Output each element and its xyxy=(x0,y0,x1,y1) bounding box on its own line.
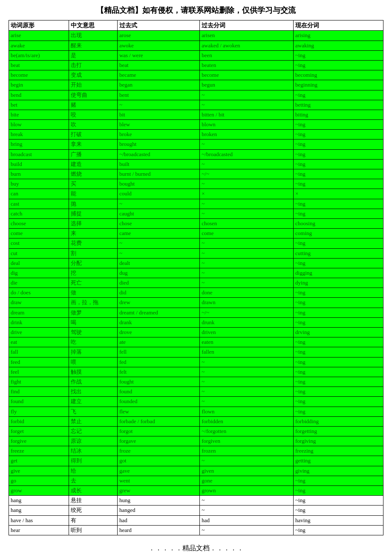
table-row: dream做梦dreamt / dreamed~/~~ing xyxy=(9,308,383,317)
cell-ing: ~ing xyxy=(294,308,383,317)
cell-form: do / does xyxy=(9,288,69,298)
cell-ing: forgiving xyxy=(294,436,383,446)
cell-form: arise xyxy=(9,31,69,41)
cell-pp: ~ xyxy=(200,90,294,100)
cell-meaning: 醒来 xyxy=(69,41,117,50)
cell-form: beat xyxy=(9,60,69,70)
cell-meaning: 喝 xyxy=(69,317,117,327)
col-header-1: 动词原形 xyxy=(9,20,69,31)
table-row: break打破brokebroken~ing xyxy=(9,130,383,140)
cell-past: drank xyxy=(117,317,199,327)
cell-ing: giving xyxy=(294,466,383,476)
cell-meaning: 作战 xyxy=(69,377,117,387)
cell-ing: getting xyxy=(294,456,383,466)
cell-meaning: 出现 xyxy=(69,31,117,41)
cell-meaning: 有 xyxy=(69,515,117,525)
cell-ing: ~ing xyxy=(294,50,383,60)
col-header-3: 过去式 xyxy=(117,20,199,31)
cell-past: awoke xyxy=(117,41,199,50)
cell-form: broadcast xyxy=(9,149,69,159)
cell-pp: become xyxy=(200,70,294,80)
cell-past: ate xyxy=(117,337,199,347)
cell-meaning: 喂 xyxy=(69,357,117,367)
cell-meaning: 禁止 xyxy=(69,416,117,426)
cell-past: did xyxy=(117,288,199,298)
cell-meaning: 广播 xyxy=(69,149,117,159)
cell-pp: ~/broadcasted xyxy=(200,149,294,159)
cell-past: flew xyxy=(117,407,199,416)
cell-past: caught xyxy=(117,209,199,218)
table-row: beat击打beatbeaten~ing xyxy=(9,60,383,70)
page-title: 【精品文档】如有侵权，请联系网站删除，仅供学习与交流 xyxy=(9,4,383,17)
cell-ing: ~ing xyxy=(294,179,383,189)
cell-meaning: 去 xyxy=(69,476,117,485)
cell-past: fed xyxy=(117,357,199,367)
cell-ing: ~ing xyxy=(294,90,383,100)
cell-meaning: 捕捉 xyxy=(69,209,117,218)
cell-pp: fallen xyxy=(200,347,294,357)
cell-form: buy xyxy=(9,179,69,189)
cell-pp: begun xyxy=(200,80,294,90)
cell-form: die xyxy=(9,278,69,288)
cell-pp: driven xyxy=(200,328,294,337)
table-row: choose选择chosechosenchoosing xyxy=(9,218,383,228)
table-row: fall掉落fellfallen~ing xyxy=(9,347,383,357)
cell-form: bet xyxy=(9,100,69,110)
table-row: broadcast广播~/broadcasted~/broadcasted~in… xyxy=(9,149,383,159)
cell-past: chose xyxy=(117,218,199,228)
cell-pp: had xyxy=(200,515,294,525)
cell-ing: ~ing xyxy=(294,199,383,209)
table-row: draw画，拉，拖drewdrawn~ing xyxy=(9,298,383,308)
cell-ing: ~ing xyxy=(294,258,383,268)
cell-past: ~ xyxy=(117,100,199,110)
footer-text: ．．．．．精品文档．．．．． xyxy=(9,544,383,553)
cell-ing: ~ing xyxy=(294,169,383,179)
cell-pp: awaked / awoken xyxy=(200,41,294,50)
table-row: deal分配dealt~~ing xyxy=(9,258,383,268)
cell-form: grow xyxy=(9,486,69,496)
cell-pp: gone xyxy=(200,476,294,485)
cell-meaning: 拿来 xyxy=(69,140,117,149)
table-row: drink喝drankdrunk~ing xyxy=(9,317,383,327)
cell-pp: ~ xyxy=(200,496,294,506)
cell-ing: biting xyxy=(294,110,383,119)
cell-past: fought xyxy=(117,377,199,387)
table-row: arise出现arosearisenarising xyxy=(9,31,383,41)
cell-form: be(am/is/are) xyxy=(9,50,69,60)
table-row: fly飞flewflown~ing xyxy=(9,407,383,416)
cell-pp: ~ xyxy=(200,525,294,535)
cell-form: catch xyxy=(9,209,69,218)
cell-ing: awaking xyxy=(294,41,383,50)
col-header-4: 过去分词 xyxy=(200,20,294,31)
cell-past: bought xyxy=(117,179,199,189)
cell-past: burnt / burned xyxy=(117,169,199,179)
cell-pp: ~ xyxy=(200,248,294,258)
cell-form: build xyxy=(9,159,69,169)
cell-meaning: 做 xyxy=(69,288,117,298)
cell-pp: ~ xyxy=(200,357,294,367)
cell-pp: ~ xyxy=(200,377,294,387)
table-row: awake醒来awokeawaked / awokenawaking xyxy=(9,41,383,50)
cell-ing: ~ing xyxy=(294,387,383,397)
cell-pp: ~/~ xyxy=(200,308,294,317)
cell-form: can xyxy=(9,189,69,199)
cell-meaning: 建造 xyxy=(69,159,117,169)
table-row: forgive原谅forgaveforgivenforgiving xyxy=(9,436,383,446)
cell-ing: having xyxy=(294,515,383,525)
cell-meaning: 咬 xyxy=(69,110,117,119)
cell-meaning: 是 xyxy=(69,50,117,60)
cell-past: went xyxy=(117,476,199,485)
cell-pp: ~ xyxy=(200,258,294,268)
cell-pp: been xyxy=(200,50,294,60)
cell-past: ~ xyxy=(117,248,199,258)
table-row: give给gavegivengiving xyxy=(9,466,383,476)
cell-form: go xyxy=(9,476,69,485)
table-row: forget忘记forgot~/forgottenforgetting xyxy=(9,426,383,436)
table-row: get得到got~getting xyxy=(9,456,383,466)
cell-past: ~ xyxy=(117,199,199,209)
cell-pp: ~/~ xyxy=(200,169,294,179)
cell-meaning: 做梦 xyxy=(69,308,117,317)
cell-pp: given xyxy=(200,466,294,476)
col-header-5: 现在分词 xyxy=(294,20,383,31)
cell-meaning: 割 xyxy=(69,248,117,258)
